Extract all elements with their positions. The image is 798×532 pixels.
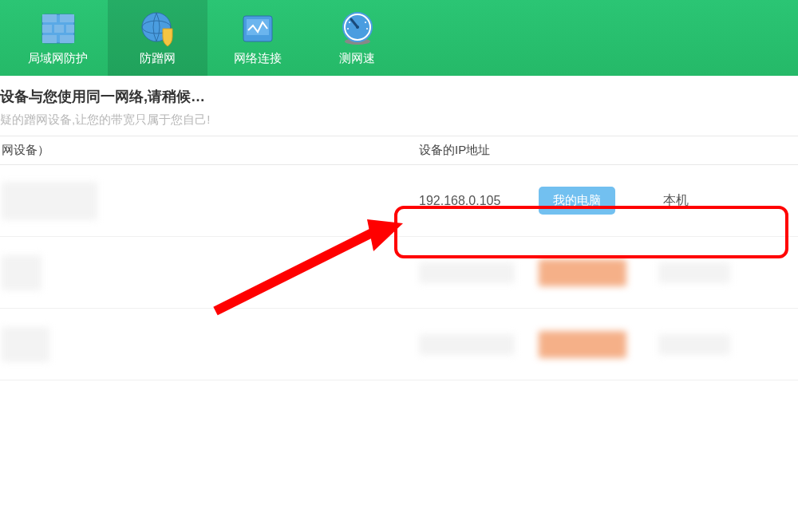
nav-anti-leech[interactable]: 防蹭网	[108, 0, 207, 76]
svg-point-19	[365, 22, 366, 23]
network-monitor-icon	[239, 10, 277, 48]
blurred-content	[2, 255, 41, 290]
table-header: 网设备） 设备的IP地址	[0, 136, 798, 165]
top-navigation: 局域网防护 防蹭网 网络连接	[0, 0, 798, 76]
device-row[interactable]: 192.168.0.105 我的电脑 本机	[0, 165, 798, 237]
device-ip-cell	[399, 259, 798, 286]
svg-point-21	[366, 28, 368, 30]
svg-rect-4	[54, 25, 64, 33]
svg-rect-2	[60, 14, 74, 22]
svg-point-18	[349, 22, 350, 23]
firewall-icon	[39, 10, 77, 48]
device-row[interactable]	[0, 309, 798, 380]
local-machine-label: 本机	[663, 192, 689, 209]
nav-label: 局域网防护	[28, 51, 88, 66]
device-ip-cell	[399, 331, 798, 358]
blurred-content	[658, 262, 730, 283]
blurred-button	[539, 331, 626, 358]
blurred-content	[419, 334, 515, 355]
nav-speed-test[interactable]: 测网速	[307, 0, 407, 76]
device-ip-cell: 192.168.0.105 我的电脑 本机	[399, 187, 798, 215]
blurred-content	[419, 262, 515, 283]
svg-rect-5	[66, 25, 74, 33]
blurred-content	[2, 182, 97, 220]
blurred-content	[2, 327, 49, 362]
blurred-button	[539, 259, 626, 286]
nav-label: 防蹭网	[140, 51, 176, 66]
status-subtitle: 疑的蹭网设备,让您的带宽只属于您自己!	[0, 112, 798, 128]
svg-rect-1	[42, 14, 57, 22]
my-computer-button[interactable]: 我的电脑	[539, 187, 615, 215]
column-device-header: 网设备）	[0, 143, 399, 158]
globe-shield-icon	[139, 10, 177, 48]
speedometer-icon	[338, 10, 377, 48]
svg-rect-7	[60, 35, 74, 43]
nav-label: 测网速	[339, 51, 375, 66]
device-row[interactable]	[0, 237, 798, 309]
svg-rect-6	[42, 35, 57, 43]
svg-point-20	[347, 28, 349, 30]
device-info-cell	[0, 182, 399, 220]
status-title: 设备与您使用同一网络,请稍候…	[0, 87, 798, 106]
nav-label: 网络连接	[234, 51, 282, 66]
device-info-cell	[0, 255, 399, 290]
status-area: 设备与您使用同一网络,请稍候… 疑的蹭网设备,让您的带宽只属于您自己!	[0, 76, 798, 136]
nav-lan-protection[interactable]: 局域网防护	[8, 0, 108, 76]
nav-network-connection[interactable]: 网络连接	[207, 0, 307, 76]
ip-address: 192.168.0.105	[419, 194, 539, 208]
column-ip-header: 设备的IP地址	[399, 143, 798, 158]
blurred-content	[658, 334, 730, 355]
svg-rect-3	[42, 25, 52, 33]
device-info-cell	[0, 327, 399, 362]
